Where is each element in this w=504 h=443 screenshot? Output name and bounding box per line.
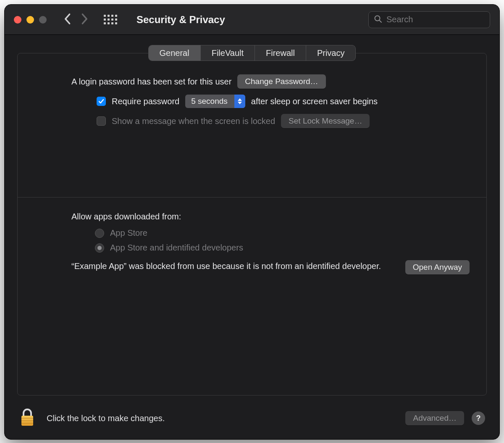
svg-line-1: [379, 20, 381, 22]
radio-app-store-label: App Store: [110, 228, 147, 238]
zoom-window-button[interactable]: [39, 16, 47, 24]
lock-hint: Click the lock to make changes.: [47, 414, 165, 423]
tab-filevault[interactable]: FileVault: [201, 45, 255, 61]
set-lock-message-button[interactable]: Set Lock Message…: [281, 114, 370, 128]
change-password-button[interactable]: Change Password…: [237, 74, 326, 89]
general-panel: A login password has been set for this u…: [17, 53, 487, 396]
search-input[interactable]: [386, 15, 485, 24]
tab-privacy[interactable]: Privacy: [306, 45, 356, 61]
help-button[interactable]: ?: [472, 411, 485, 425]
show-lock-message-checkbox[interactable]: [97, 116, 106, 126]
footer: Click the lock to make changes. Advanced…: [5, 400, 499, 439]
show-lock-message-label: Show a message when the screen is locked: [112, 116, 275, 126]
open-anyway-button[interactable]: Open Anyway: [405, 260, 470, 274]
radio-app-store-identified[interactable]: App Store and identified developers: [95, 243, 470, 253]
radio-icon: [95, 243, 104, 253]
radio-app-store-identified-label: App Store and identified developers: [110, 243, 243, 253]
minimize-window-button[interactable]: [26, 16, 34, 24]
lock-icon[interactable]: [19, 407, 36, 429]
tab-general[interactable]: General: [149, 45, 201, 61]
close-window-button[interactable]: [14, 16, 21, 24]
search-icon: [374, 15, 382, 25]
require-password-suffix: after sleep or screen saver begins: [251, 97, 378, 106]
section-divider: [18, 197, 486, 198]
blocked-app-message: “Example App” was blocked from use becau…: [71, 260, 388, 272]
traffic-lights: [14, 16, 47, 24]
nav-arrows: [63, 13, 89, 26]
forward-button[interactable]: [81, 13, 89, 26]
window-title: Security & Privacy: [136, 14, 225, 26]
login-password-section: A login password has been set for this u…: [18, 74, 486, 134]
preferences-window: Security & Privacy General FileVault Fir…: [4, 4, 500, 440]
chevron-updown-icon: [234, 95, 245, 108]
tab-bar: General FileVault Firewall Privacy: [148, 45, 356, 61]
tab-firewall[interactable]: Firewall: [255, 45, 306, 61]
titlebar: Security & Privacy: [5, 5, 499, 35]
allow-apps-radiogroup: App Store App Store and identified devel…: [95, 228, 470, 253]
login-password-status: A login password has been set for this u…: [71, 77, 231, 87]
search-field[interactable]: [368, 11, 490, 28]
radio-icon: [95, 229, 104, 238]
show-all-button[interactable]: [104, 15, 117, 24]
radio-app-store[interactable]: App Store: [95, 228, 470, 238]
require-password-prefix: Require password: [112, 97, 179, 106]
advanced-button[interactable]: Advanced…: [405, 411, 464, 425]
require-password-delay-value: 5 seconds: [191, 97, 228, 106]
require-password-checkbox[interactable]: [97, 97, 106, 106]
back-button[interactable]: [63, 13, 71, 26]
require-password-delay-popup[interactable]: 5 seconds: [185, 95, 245, 108]
content-area: General FileVault Firewall Privacy A log…: [5, 35, 499, 400]
allow-apps-section: Allow apps downloaded from: App Store Ap…: [18, 212, 486, 274]
allow-apps-heading: Allow apps downloaded from:: [71, 212, 470, 222]
